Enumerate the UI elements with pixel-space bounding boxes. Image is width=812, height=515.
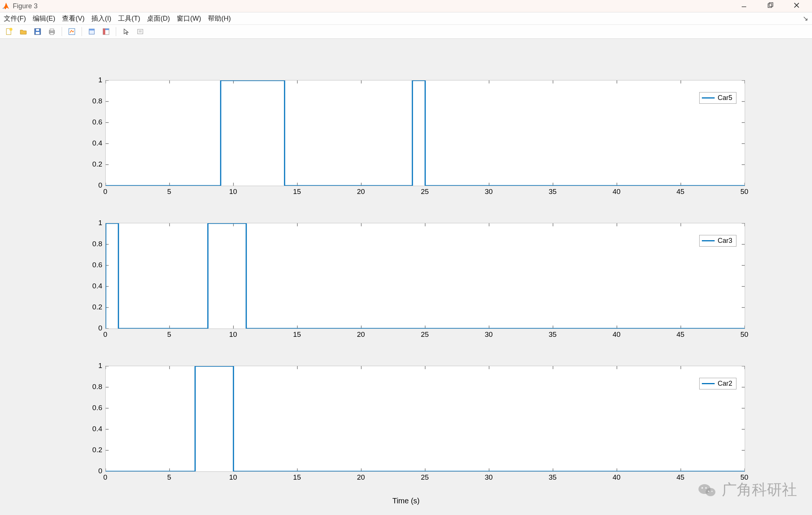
titlebar: Figure 3: [0, 0, 812, 12]
menu-view[interactable]: 查看(V): [62, 14, 85, 23]
svg-point-32: [706, 488, 715, 496]
svg-point-6: [9, 28, 12, 31]
legend[interactable]: Car5: [699, 92, 736, 104]
print-icon: [48, 28, 56, 35]
menubar: 文件(F) 编辑(E) 查看(V) 插入(I) 工具(T) 桌面(D) 窗口(W…: [0, 12, 812, 25]
xtick-label: 50: [739, 188, 750, 196]
xlabel: Time (s): [0, 497, 812, 505]
ytick-label: 1: [98, 76, 102, 84]
xtick-label: 15: [291, 188, 303, 196]
legend-line-icon: [702, 383, 715, 384]
xtick-label: 10: [227, 473, 239, 482]
svg-rect-15: [89, 29, 94, 30]
menu-file[interactable]: 文件(F): [4, 14, 26, 23]
xtick-label: 20: [355, 473, 367, 482]
new-file-icon: [5, 28, 13, 35]
menu-window[interactable]: 窗口(W): [177, 14, 201, 23]
dock-button[interactable]: [86, 26, 98, 37]
menu-desktop[interactable]: 桌面(D): [147, 14, 170, 23]
xtick-label: 25: [419, 330, 430, 339]
menu-insert[interactable]: 插入(I): [91, 14, 111, 23]
xtick-label: 30: [483, 188, 494, 196]
figure-window: Figure 3 文件(F) 编辑(E) 查看(V) 插: [0, 0, 812, 515]
xtick-label: 15: [291, 473, 303, 482]
xtick-label: 25: [419, 188, 430, 196]
menu-help[interactable]: 帮助(H): [208, 14, 231, 23]
save-button[interactable]: [32, 26, 44, 37]
xtick-label: 5: [164, 473, 175, 482]
xtick-label: 40: [611, 188, 622, 196]
xtick-label: 50: [739, 330, 750, 339]
xtick-label: 50: [739, 473, 750, 482]
open-button[interactable]: [17, 26, 29, 37]
subplot-3[interactable]: [105, 366, 745, 472]
legend-line-icon: [702, 240, 715, 241]
close-button[interactable]: [791, 2, 802, 10]
ytick-label: 0.4: [92, 139, 102, 147]
svg-point-34: [705, 487, 707, 488]
xtick-label: 45: [675, 188, 686, 196]
layout-button[interactable]: [100, 26, 112, 37]
xtick-label: 10: [227, 188, 239, 196]
pointer-button[interactable]: [120, 26, 132, 37]
ytick-label: 0.4: [92, 425, 102, 433]
toolbar-separator: [116, 27, 116, 36]
save-icon: [34, 28, 41, 35]
data-line: [106, 366, 745, 471]
ytick-label: 1: [98, 219, 102, 227]
xtick-label: 35: [547, 473, 558, 482]
ytick-label: 0.6: [92, 118, 102, 126]
menu-tools[interactable]: 工具(T): [118, 14, 140, 23]
ytick-label: 0: [98, 324, 102, 332]
annotation-button[interactable]: [134, 26, 146, 37]
xtick-label: 45: [675, 473, 686, 482]
data-line: [106, 223, 745, 329]
wechat-icon: [698, 482, 717, 497]
figure-canvas: Time (s) 广角科研社 0510152025303540455000.20…: [0, 39, 812, 515]
open-folder-icon: [20, 28, 27, 35]
legend-label: Car2: [718, 380, 732, 388]
xtick-label: 20: [355, 188, 367, 196]
legend[interactable]: Car2: [699, 378, 736, 389]
new-figure-button[interactable]: [3, 26, 15, 37]
link-button[interactable]: [66, 26, 78, 37]
minimize-button[interactable]: [738, 2, 750, 10]
menu-edit[interactable]: 编辑(E): [33, 14, 55, 23]
xtick-label: 35: [547, 188, 558, 196]
subplot-2[interactable]: [105, 223, 745, 329]
xtick-label: 5: [164, 330, 175, 339]
toolbar: [0, 25, 812, 39]
svg-rect-8: [36, 32, 39, 34]
xtick-label: 30: [483, 330, 494, 339]
ytick-label: 0.6: [92, 404, 102, 412]
print-button[interactable]: [46, 26, 58, 37]
xtick-label: 10: [227, 330, 239, 339]
legend[interactable]: Car3: [699, 235, 736, 247]
subplot-1[interactable]: [105, 80, 745, 186]
svg-point-36: [711, 491, 713, 492]
ytick-label: 0.8: [92, 383, 102, 391]
ytick-label: 0.2: [92, 160, 102, 168]
xtick-label: 40: [611, 330, 622, 339]
toolbar-separator: [62, 27, 62, 36]
maximize-button[interactable]: [765, 2, 776, 10]
pointer-icon: [122, 28, 130, 35]
xtick-label: 45: [675, 330, 686, 339]
xtick-label: 25: [419, 473, 430, 482]
svg-point-31: [698, 484, 710, 494]
svg-rect-13: [69, 29, 75, 35]
legend-label: Car5: [718, 94, 732, 102]
ytick-label: 0: [98, 467, 102, 475]
xtick-label: 35: [547, 330, 558, 339]
annotation-icon: [136, 28, 144, 35]
xtick-label: 40: [611, 473, 622, 482]
ytick-label: 0.8: [92, 240, 102, 248]
ytick-label: 0.4: [92, 282, 102, 290]
ytick-label: 1: [98, 362, 102, 370]
svg-point-33: [701, 487, 703, 488]
layout-icon: [102, 28, 110, 35]
link-icon: [68, 28, 76, 35]
menubar-chevron-icon[interactable]: ↘: [803, 14, 808, 23]
svg-rect-11: [50, 29, 54, 31]
xtick-label: 30: [483, 473, 494, 482]
